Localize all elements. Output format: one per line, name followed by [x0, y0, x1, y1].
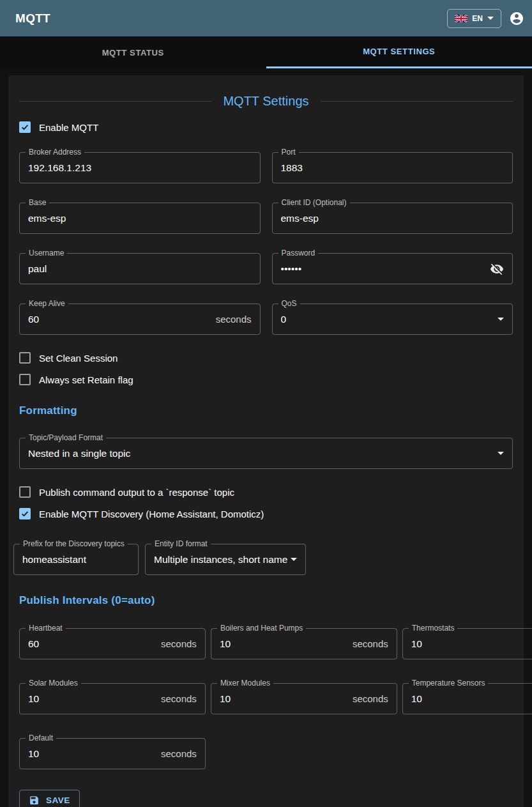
username-field: Username: [19, 253, 261, 284]
app-bar: MQTT EN: [0, 0, 532, 36]
qos-select[interactable]: QoS 0: [272, 304, 513, 335]
heartbeat-field: Heartbeat seconds: [19, 628, 206, 659]
base-label: Base: [26, 198, 49, 207]
heartbeat-input[interactable]: [28, 638, 156, 650]
password-input[interactable]: [281, 263, 485, 275]
mqtt-discovery-label: Enable MQTT Discovery (Home Assistant, D…: [39, 509, 264, 519]
qos-value: 0: [281, 314, 498, 325]
tab-bar: MQTT STATUS MQTT SETTINGS: [0, 36, 532, 68]
tab-mqtt-status[interactable]: MQTT STATUS: [0, 36, 266, 68]
temperature-sensors-input[interactable]: [411, 693, 532, 705]
checkbox-icon[interactable]: [19, 121, 31, 133]
clean-session-checkbox[interactable]: Set Clean Session: [19, 352, 513, 364]
mixer-modules-input[interactable]: [220, 693, 347, 705]
password-field: Password: [272, 253, 513, 284]
mixer-modules-field: Mixer Modules seconds: [211, 683, 397, 714]
checkbox-icon[interactable]: [19, 352, 31, 364]
boilers-field: Boilers and Heat Pumps seconds: [211, 628, 397, 659]
broker-address-label: Broker Address: [26, 148, 84, 157]
floppy-disk-icon: [29, 795, 40, 806]
language-label: EN: [472, 14, 483, 23]
enable-mqtt-label: Enable MQTT: [39, 122, 98, 133]
checkbox-icon[interactable]: [19, 486, 31, 498]
clean-session-label: Set Clean Session: [39, 353, 118, 364]
solar-modules-input[interactable]: [28, 693, 156, 705]
client-id-input[interactable]: [281, 213, 505, 224]
language-selector-button[interactable]: EN: [447, 9, 501, 28]
checkbox-icon[interactable]: [19, 508, 31, 519]
save-button[interactable]: SAVE: [19, 790, 80, 807]
discovery-prefix-field: Prefix for the Discovery topics: [13, 544, 139, 575]
response-topic-checkbox[interactable]: Publish command output to a `response` t…: [19, 486, 513, 498]
enable-mqtt-checkbox[interactable]: Enable MQTT: [19, 121, 513, 133]
discovery-prefix-label: Prefix for the Discovery topics: [20, 539, 128, 548]
temperature-sensors-field: Temperature Sensors seconds: [402, 683, 532, 714]
eye-off-icon: [490, 262, 504, 276]
retain-flag-label: Always set Retain flag: [39, 374, 133, 385]
client-id-label: Client ID (Optional): [278, 198, 350, 207]
discovery-prefix-input[interactable]: [22, 554, 130, 565]
keep-alive-unit: seconds: [216, 314, 252, 325]
settings-card: MQTT Settings Enable MQTT Broker Address…: [8, 75, 524, 807]
app-bar-actions: EN: [447, 9, 524, 28]
tab-mqtt-settings[interactable]: MQTT SETTINGS: [266, 36, 532, 68]
account-circle-icon[interactable]: [509, 11, 524, 26]
solar-modules-field: Solar Modules seconds: [19, 683, 206, 714]
client-id-field: Client ID (Optional): [272, 203, 513, 234]
uk-flag-icon: [455, 15, 467, 22]
boilers-input[interactable]: [220, 638, 347, 650]
retain-flag-checkbox[interactable]: Always set Retain flag: [19, 374, 513, 385]
port-label: Port: [278, 148, 299, 157]
broker-address-field: Broker Address: [19, 152, 261, 183]
chevron-down-icon: [487, 17, 494, 20]
checkbox-icon[interactable]: [19, 374, 31, 385]
default-interval-field: Default seconds: [19, 738, 206, 769]
save-button-label: SAVE: [46, 795, 70, 805]
entity-id-format-value: Multiple instances, short name: [154, 554, 291, 565]
port-input[interactable]: [281, 162, 505, 174]
keep-alive-label: Keep Alive: [26, 299, 68, 308]
topic-format-label: Topic/Payload Format: [26, 433, 106, 442]
broker-address-input[interactable]: [28, 162, 252, 174]
entity-id-format-select[interactable]: Entity ID format Multiple instances, sho…: [145, 544, 306, 575]
formatting-heading: Formatting: [19, 404, 513, 417]
entity-id-format-label: Entity ID format: [151, 539, 211, 548]
keep-alive-field: Keep Alive seconds: [19, 304, 261, 335]
port-field: Port: [272, 152, 513, 183]
qos-label: QoS: [278, 299, 300, 308]
topic-format-select[interactable]: Topic/Payload Format Nested in a single …: [19, 438, 513, 469]
default-interval-input[interactable]: [28, 748, 156, 760]
chevron-down-icon: [498, 452, 504, 455]
thermostats-field: Thermostats seconds: [402, 628, 532, 659]
publish-intervals-heading: Publish Intervals (0=auto): [19, 594, 513, 607]
mqtt-discovery-checkbox[interactable]: Enable MQTT Discovery (Home Assistant, D…: [19, 508, 513, 519]
username-label: Username: [26, 249, 67, 257]
topic-format-value: Nested in a single topic: [28, 448, 498, 459]
page-title: MQTT: [15, 12, 50, 26]
keep-alive-input[interactable]: [28, 314, 211, 325]
response-topic-label: Publish command output to a `response` t…: [39, 487, 234, 498]
thermostats-input[interactable]: [411, 638, 532, 650]
base-input[interactable]: [28, 213, 252, 224]
toggle-password-visibility-button[interactable]: [490, 262, 504, 276]
settings-heading: MQTT Settings: [19, 94, 513, 109]
chevron-down-icon: [291, 558, 297, 561]
password-label: Password: [278, 249, 319, 257]
publish-intervals-grid: Heartbeat seconds Boilers and Heat Pumps…: [19, 628, 513, 769]
base-field: Base: [19, 203, 261, 234]
username-input[interactable]: [28, 263, 252, 275]
chevron-down-icon: [498, 318, 504, 321]
